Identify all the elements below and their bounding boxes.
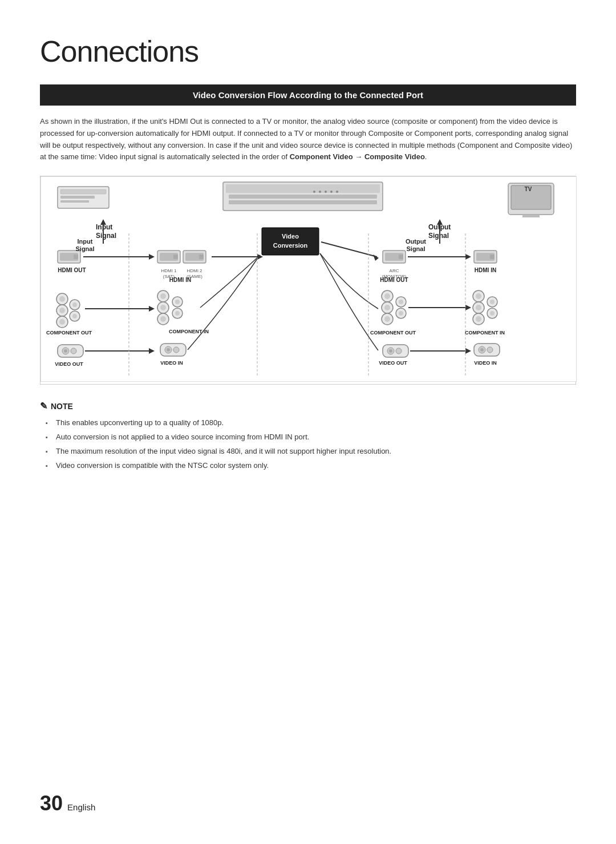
svg-rect-62 — [199, 255, 204, 259]
svg-rect-87 — [399, 255, 403, 259]
page-number: 30 — [40, 791, 63, 815]
svg-point-51 — [71, 348, 76, 354]
note-section: ✎ NOTE This enables upconverting up to a… — [40, 401, 576, 471]
svg-text:VIDEO OUT: VIDEO OUT — [55, 361, 83, 367]
svg-point-130 — [480, 348, 484, 352]
svg-point-108 — [389, 349, 392, 353]
svg-rect-8 — [60, 200, 89, 203]
svg-point-44 — [72, 314, 77, 318]
svg-point-50 — [64, 349, 67, 353]
note-list: This enables upconverting up to a qualit… — [40, 417, 576, 471]
svg-point-131 — [487, 347, 493, 353]
svg-text:Output: Output — [406, 238, 426, 245]
svg-text:Video: Video — [282, 233, 299, 240]
svg-text:TV: TV — [525, 186, 532, 192]
svg-point-122 — [476, 316, 481, 322]
svg-text:HDMI 1: HDMI 1 — [161, 268, 177, 273]
note-list-item: This enables upconverting up to a qualit… — [46, 417, 576, 429]
svg-rect-31 — [74, 255, 78, 259]
svg-text:HDMI OUT: HDMI OUT — [380, 277, 408, 283]
svg-point-42 — [72, 302, 77, 307]
svg-rect-57 — [173, 255, 178, 259]
svg-rect-12 — [229, 200, 377, 204]
svg-point-94 — [384, 293, 390, 299]
svg-point-102 — [399, 311, 403, 316]
svg-point-71 — [160, 316, 166, 322]
svg-text:Signal: Signal — [75, 245, 94, 252]
svg-point-73 — [175, 300, 180, 304]
svg-text:ARC: ARC — [390, 268, 399, 273]
svg-point-118 — [476, 293, 481, 299]
diagram-svg: TV Input Signal Video Conversion Output … — [40, 176, 577, 382]
svg-point-75 — [175, 311, 180, 316]
note-list-item: The maximum resolution of the input vide… — [46, 446, 576, 458]
svg-rect-7 — [60, 196, 95, 199]
svg-text:COMPONENT OUT: COMPONENT OUT — [46, 330, 92, 336]
note-title: ✎ NOTE — [40, 401, 576, 411]
svg-point-67 — [160, 293, 166, 299]
svg-point-98 — [384, 316, 390, 322]
svg-point-13 — [313, 191, 315, 193]
svg-text:VIDEO IN: VIDEO IN — [474, 360, 497, 366]
svg-point-96 — [384, 305, 390, 310]
svg-text:VIDEO IN: VIDEO IN — [160, 360, 183, 366]
svg-point-15 — [325, 191, 327, 193]
svg-point-80 — [173, 347, 179, 353]
page-footer: 30 English — [40, 791, 95, 815]
svg-point-17 — [336, 191, 338, 193]
svg-rect-115 — [490, 255, 495, 259]
svg-text:Signal: Signal — [406, 245, 425, 252]
svg-rect-22 — [262, 228, 319, 255]
svg-text:Input: Input — [78, 238, 93, 245]
svg-rect-10 — [226, 184, 380, 193]
svg-point-124 — [490, 300, 495, 304]
svg-point-36 — [59, 296, 65, 302]
svg-text:VIDEO OUT: VIDEO OUT — [379, 360, 407, 366]
svg-text:HDMI IN: HDMI IN — [475, 267, 496, 273]
svg-point-69 — [160, 305, 166, 310]
diagram-container: TV Input Signal Video Conversion Output … — [40, 176, 576, 385]
svg-point-126 — [490, 311, 495, 316]
svg-rect-6 — [60, 189, 106, 194]
note-label: NOTE — [51, 402, 73, 411]
note-list-item: Auto conversion is not applied to a vide… — [46, 431, 576, 443]
svg-point-79 — [167, 348, 170, 352]
svg-rect-3 — [522, 215, 540, 217]
svg-rect-11 — [229, 195, 377, 199]
svg-point-100 — [399, 300, 403, 304]
svg-text:COMPONENT OUT: COMPONENT OUT — [370, 330, 416, 336]
page-title: Connections — [40, 34, 576, 68]
svg-text:Signal: Signal — [96, 232, 116, 240]
svg-point-38 — [59, 308, 65, 313]
svg-point-40 — [59, 319, 65, 325]
note-icon: ✎ — [40, 401, 47, 411]
svg-text:HDMI IN: HDMI IN — [169, 277, 191, 283]
section-header: Video Conversion Flow According to the C… — [40, 84, 576, 106]
body-text: As shown in the illustration, if the uni… — [40, 116, 576, 163]
svg-point-14 — [319, 191, 321, 193]
svg-point-16 — [330, 191, 333, 193]
svg-point-109 — [396, 348, 402, 354]
svg-text:HDMI 2: HDMI 2 — [187, 268, 202, 273]
svg-text:Conversion: Conversion — [273, 242, 308, 249]
note-list-item: Video conversion is compatible with the … — [46, 460, 576, 472]
svg-text:HDMI OUT: HDMI OUT — [58, 267, 86, 273]
svg-text:Signal: Signal — [428, 232, 449, 240]
svg-point-120 — [476, 305, 481, 310]
page-language: English — [67, 802, 95, 812]
svg-text:COMPONENT IN: COMPONENT IN — [465, 330, 505, 336]
